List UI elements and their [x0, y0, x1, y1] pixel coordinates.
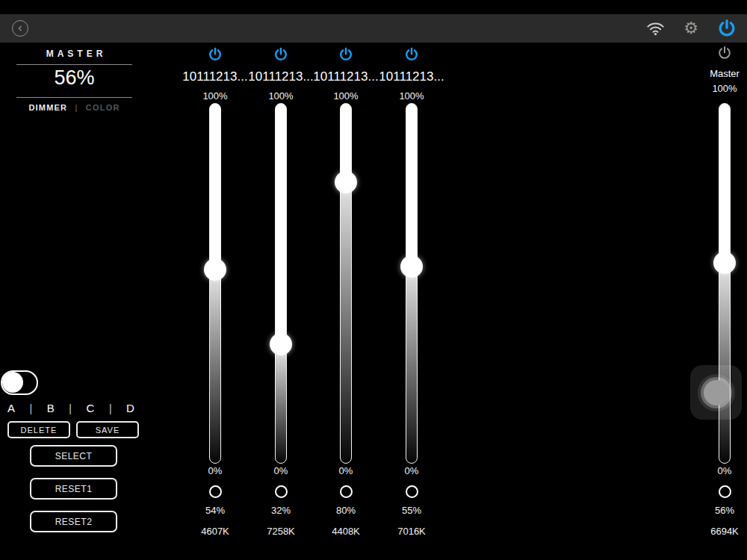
channel-select-radio[interactable]	[275, 485, 288, 498]
settings-gear-icon[interactable]: ⚙	[684, 20, 698, 37]
divider-line	[16, 97, 132, 98]
back-button[interactable]	[12, 20, 28, 37]
dimmer-slider-thumb[interactable]	[335, 171, 357, 193]
select-button[interactable]: SELECT	[30, 445, 117, 467]
channel-power-button[interactable]	[338, 47, 353, 62]
save-button[interactable]: SAVE	[76, 421, 139, 438]
dimmer-slider-thumb[interactable]	[270, 333, 292, 355]
dimmer-slider-thumb[interactable]	[400, 255, 423, 278]
master-slider-thumb[interactable]	[713, 252, 736, 274]
channel-select-radio[interactable]	[406, 485, 418, 498]
channel-column-4: 10111213... 100% 0% 55% 7016K	[367, 43, 456, 560]
tab-color[interactable]: COLOR	[86, 103, 120, 112]
dimmer-slider-thumb[interactable]	[204, 258, 226, 281]
master-power-button[interactable]	[717, 46, 732, 60]
channel-name: 10111213...	[367, 69, 456, 84]
tab-separator: |	[75, 103, 78, 112]
scene-separator: |	[109, 402, 112, 414]
scene-b[interactable]: B	[47, 402, 55, 414]
master-column: Master 100% 0% 56% 6694K	[680, 43, 747, 560]
top-toolbar: ⚙	[0, 14, 747, 43]
dimmer-slider-track[interactable]	[209, 103, 221, 464]
toolbar-icon-group: ⚙	[646, 14, 737, 43]
reset2-button[interactable]: RESET2	[30, 511, 117, 532]
master-percent: 56%	[680, 505, 747, 517]
channel-select-radio[interactable]	[209, 485, 222, 498]
channel-select-radio[interactable]	[340, 485, 353, 498]
master-panel: MASTER 56% DIMMER | COLOR	[16, 49, 132, 112]
scene-c[interactable]: C	[87, 402, 95, 414]
toggle-knob[interactable]	[2, 372, 23, 393]
dimmer-control-app: { "toolbar": { "back_icon": "chevron-lef…	[0, 0, 747, 560]
slider-min-label: 0%	[367, 465, 456, 477]
channel-kelvin: 7016K	[367, 526, 456, 538]
scene-separator: |	[69, 402, 72, 414]
scene-a[interactable]: A	[7, 402, 15, 414]
chevron-left-icon	[16, 24, 25, 33]
master-value: 56%	[16, 65, 132, 92]
reset1-button[interactable]: RESET1	[30, 478, 117, 500]
master-title: MASTER	[16, 49, 132, 59]
slider-min-label: 0%	[680, 465, 747, 477]
master-select-radio[interactable]	[719, 485, 731, 498]
dimmer-slider-track[interactable]	[340, 103, 352, 464]
pointer-indicator-overlay	[690, 365, 742, 420]
scene-d[interactable]: D	[126, 402, 134, 414]
toggle-switch[interactable]	[1, 370, 38, 395]
pointer-circle	[704, 380, 729, 405]
mode-tabs: DIMMER | COLOR	[16, 103, 132, 112]
dimmer-slider-track[interactable]	[275, 103, 287, 464]
wifi-icon[interactable]	[646, 21, 665, 36]
tab-dimmer[interactable]: DIMMER	[28, 103, 67, 112]
master-name: Master	[680, 68, 747, 80]
scene-selector-bar: A | B | C | D	[7, 402, 134, 414]
delete-button[interactable]: DELETE	[7, 421, 70, 438]
channel-power-button[interactable]	[208, 47, 223, 62]
scene-separator: |	[30, 402, 33, 414]
power-icon[interactable]	[717, 19, 737, 38]
slider-max-label: 100%	[680, 83, 747, 95]
channel-power-button[interactable]	[404, 47, 419, 62]
dimmer-slider-track[interactable]	[406, 103, 418, 464]
channel-percent: 55%	[367, 505, 456, 517]
master-kelvin: 6694K	[680, 526, 747, 538]
channel-power-button[interactable]	[273, 47, 288, 62]
slider-max-label: 100%	[367, 90, 456, 102]
